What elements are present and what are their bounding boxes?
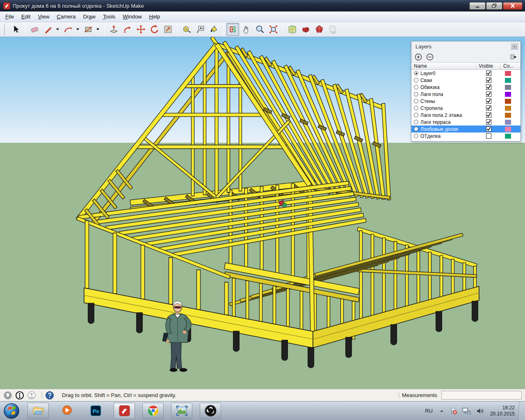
eraser-tool-button[interactable] [28,23,41,36]
layer-row[interactable]: Стены [411,98,520,105]
line-tool-button[interactable] [42,23,55,36]
add-layer-button[interactable] [415,53,422,61]
layer-color-swatch[interactable] [505,92,511,97]
menu-tools[interactable]: Tools [99,12,119,21]
layer-color-swatch[interactable] [505,85,511,90]
column-color[interactable]: Co... [501,63,520,69]
extension-warehouse-tool-button[interactable] [313,23,326,36]
credits-info-icon[interactable] [15,391,24,400]
layer-visible-checkbox[interactable] [486,112,491,118]
follow-me-tool-button[interactable] [121,23,134,36]
menu-draw[interactable]: Draw [80,12,99,21]
menu-edit[interactable]: Edit [18,12,34,21]
layer-active-radio[interactable] [414,85,418,89]
layer-details-menu-icon[interactable] [510,53,517,61]
layer-color-swatch[interactable] [505,78,511,83]
tape-measure-tool-button[interactable] [180,23,193,36]
layer-name[interactable]: Лообовые доски [420,126,476,132]
layer-active-radio[interactable] [414,127,418,131]
layer-color-swatch[interactable] [505,71,511,76]
layer-row[interactable]: ОТделка [411,132,520,139]
layer-row[interactable]: Лообовые доски [411,126,520,132]
taskbar-app-chrome[interactable] [142,403,164,419]
layer-row[interactable]: Сваи [411,77,520,84]
layer-row[interactable]: Лаги пола 2 этажа [411,112,520,119]
taskbar-app-photoshop[interactable]: Ps [85,403,106,419]
layer-color-swatch[interactable] [505,113,511,118]
column-visible[interactable]: Visible [476,63,501,69]
arc-tool-button[interactable] [62,23,75,36]
rectangle-dropdown-arrow-icon[interactable] [95,23,100,36]
layer-color-swatch[interactable] [505,99,511,104]
action-center-flag-icon[interactable] [450,407,458,415]
layer-visible-checkbox[interactable] [486,71,491,76]
taskbar-app-windows-explorer[interactable] [27,403,49,419]
layer-name[interactable]: Лаги пола [420,91,476,97]
layers-panel-close-icon[interactable] [511,43,518,50]
menu-window[interactable]: Window [119,12,145,21]
menu-file[interactable]: File [2,12,18,21]
layer-color-swatch[interactable] [505,127,511,132]
move-tool-button[interactable] [135,23,147,36]
layer-row[interactable]: Лаги терраса [411,119,520,126]
layer-name[interactable]: Стропила [420,105,476,111]
layer-row[interactable]: Layer0 [411,70,520,77]
menu-help[interactable]: Help [146,12,164,21]
arc-dropdown-arrow-icon[interactable] [75,23,80,36]
layer-name[interactable]: ОТделка [420,133,476,139]
layer-active-radio[interactable] [414,120,418,124]
menu-camera[interactable]: Camera [53,12,79,21]
layer-active-radio[interactable] [414,71,418,75]
rectangle-tool-button[interactable] [82,23,95,36]
layer-name[interactable]: Сваи [420,78,476,83]
clock[interactable]: 16:22 20.10.2015 [490,405,515,417]
geolocation-icon[interactable] [3,391,12,400]
layer-visible-checkbox[interactable] [486,98,491,104]
layer-active-radio[interactable] [414,134,418,138]
layer-active-radio[interactable] [414,113,418,117]
layer-name[interactable]: Layer0 [420,71,476,76]
taskbar-app-obs-studio[interactable] [200,403,221,419]
taskbar-app-screenshot-tool[interactable] [171,403,192,419]
menu-view[interactable]: View [34,12,53,21]
language-indicator[interactable]: RU [422,408,436,414]
paint-bucket-tool-button[interactable] [208,23,220,36]
send-to-layout-tool-button[interactable] [326,23,339,36]
offset-tool-button[interactable] [162,23,174,36]
layer-active-radio[interactable] [414,99,418,103]
measurements-box[interactable] [441,391,522,399]
select-tool-button[interactable] [9,23,22,36]
layer-active-radio[interactable] [414,92,418,96]
layer-visible-checkbox[interactable] [486,84,491,90]
layer-row[interactable]: Лаги пола [411,91,520,98]
help-icon[interactable] [45,391,54,400]
layer-name[interactable]: Лаги пола 2 этажа [420,112,476,118]
layer-color-swatch[interactable] [505,120,511,125]
network-icon[interactable] [462,407,472,415]
line-dropdown-arrow-icon[interactable] [55,23,60,36]
layer-visible-checkbox[interactable] [486,91,491,97]
column-name[interactable]: Name [411,63,476,69]
push-pull-tool-button[interactable] [107,23,120,36]
layer-name[interactable]: Стены [420,98,476,104]
layer-name[interactable]: Лаги терраса [420,119,476,125]
layer-active-radio[interactable] [414,106,418,110]
layer-name[interactable]: Обвязка [420,84,476,90]
sign-in-user-icon[interactable] [27,391,36,400]
layer-visible-checkbox[interactable] [486,105,491,111]
restore-button[interactable] [486,2,502,10]
layer-visible-checkbox[interactable] [486,119,491,125]
pan-tool-button[interactable] [240,23,253,36]
taskbar-app-sketchup[interactable] [114,403,135,419]
layer-active-radio[interactable] [414,78,418,82]
layer-color-swatch[interactable] [505,106,511,111]
orbit-tool-button[interactable] [226,23,239,36]
volume-icon[interactable] [476,407,485,415]
taskbar-app-windows-media-player[interactable] [56,403,78,419]
rotate-tool-button[interactable] [148,23,161,36]
layer-row[interactable]: Стропила [411,105,520,112]
minimize-button[interactable] [469,2,486,10]
text-tool-button[interactable] [194,23,207,36]
layer-row[interactable]: Обвязка [411,84,520,91]
layer-color-swatch[interactable] [505,134,511,139]
